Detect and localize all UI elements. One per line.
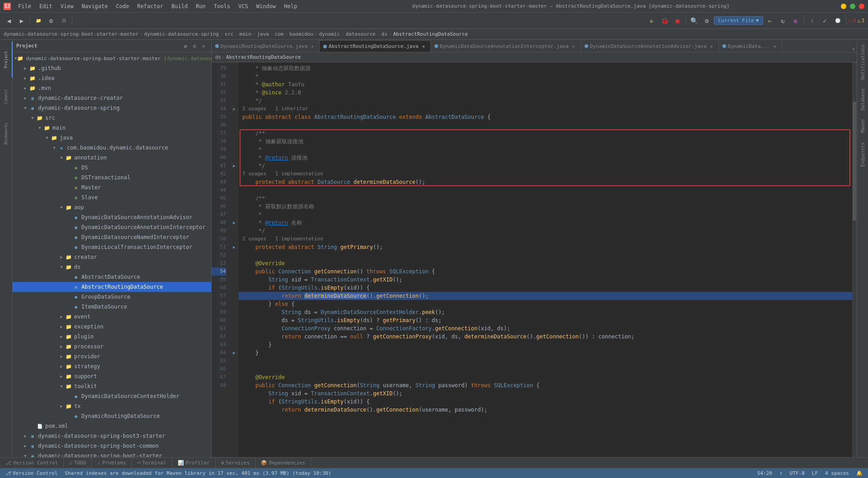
tree-DRDS[interactable]: ▶ ● DynamicRoutingDataSource: [13, 411, 211, 421]
menu-help[interactable]: Help: [280, 2, 301, 10]
left-tab-commit[interactable]: Commit: [0, 79, 13, 115]
bc-baomidou[interactable]: baomidou: [289, 31, 313, 37]
tab-dynamic[interactable]: DynamicData... ✕: [719, 40, 782, 52]
right-tab-notifications[interactable]: Notifications: [859, 42, 867, 82]
pb-ds[interactable]: ds: [215, 54, 221, 60]
settings-btn[interactable]: ⚙: [46, 15, 57, 26]
minimize-btn[interactable]: [841, 4, 846, 9]
bc-java[interactable]: java: [257, 31, 269, 37]
settings2-btn[interactable]: ⚙: [701, 15, 712, 26]
line-ending-item[interactable]: LF: [810, 470, 820, 476]
tree-processor[interactable]: ▶ 📁 processor: [13, 342, 211, 351]
right-tab-database[interactable]: Database: [859, 86, 867, 113]
tree-annotation[interactable]: ▼ 📁 annotation: [13, 153, 211, 163]
bottom-tab-dependencies[interactable]: 📦 Dependencies: [255, 458, 311, 469]
tree-toolkit[interactable]: ▼ 📁 toolkit: [13, 381, 211, 391]
tab-close-ai[interactable]: ✕: [571, 43, 577, 49]
git-status[interactable]: ↑: [778, 470, 784, 476]
tree-github[interactable]: ▶ 📁 .github: [13, 63, 211, 73]
rerun-btn[interactable]: ↻: [778, 15, 788, 26]
menu-edit[interactable]: Edit: [36, 2, 56, 10]
bc-datasource[interactable]: datasource: [346, 31, 376, 37]
tree-main[interactable]: ▼ 📁 main: [13, 123, 211, 133]
tree-ADS[interactable]: ▶ ● AbstractDataSource: [13, 272, 211, 282]
left-tab-bookmarks[interactable]: Bookmarks: [0, 116, 13, 152]
close-sidebar-btn[interactable]: ✕: [199, 42, 208, 50]
current-file-btn[interactable]: Current File ▼: [714, 16, 763, 25]
bottom-tab-versioncontrol[interactable]: ⎇ Version Control: [0, 458, 64, 469]
tree-root[interactable]: ▼ 📁 dynamic-datasource-spring-boot-start…: [13, 53, 211, 63]
bc-module[interactable]: dynamic-datasource-spring: [144, 31, 219, 37]
tree-src[interactable]: ▼ 📁 src: [13, 113, 211, 123]
bc-main[interactable]: main: [239, 31, 251, 37]
stop-btn[interactable]: ■: [672, 15, 683, 26]
tab-close-ards[interactable]: ✕: [420, 43, 427, 50]
tree-provider[interactable]: ▶ 📁 provider: [13, 351, 211, 361]
menu-window[interactable]: Window: [253, 2, 279, 10]
menu-file[interactable]: File: [14, 2, 35, 10]
more-tabs-btn[interactable]: »: [850, 46, 857, 52]
tree-DDAI[interactable]: ▶ ● DynamicDataSourceAnnotationIntercept…: [13, 222, 211, 232]
tree-bootstarter[interactable]: ▼ ◉ dynamic-datasource-spring-boot-start…: [13, 451, 211, 457]
tree-Slave[interactable]: ▶ ● Slave: [13, 192, 211, 202]
tree-DLTI[interactable]: ▶ ● DynamicLocalTransactionInterceptor: [13, 242, 211, 252]
tree-Master[interactable]: ▶ ● Master: [13, 183, 211, 192]
bottom-tab-todo[interactable]: ☑ TODO: [64, 458, 92, 469]
bc-ds[interactable]: ds: [382, 31, 387, 37]
collapse-all-btn[interactable]: ⇄: [181, 42, 189, 50]
run-btn[interactable]: ▶: [646, 15, 657, 26]
method-icon-48[interactable]: ▶: [230, 219, 239, 227]
error-count-btn[interactable]: ⚠ 3: [849, 18, 856, 23]
tab-DynamicRoutingDataSource[interactable]: DynamicRoutingDataSource.java ✕: [212, 40, 320, 52]
tab-close-d[interactable]: ✕: [772, 43, 778, 49]
debug-btn[interactable]: 🐞: [659, 15, 670, 26]
tree-ARDS[interactable]: ▶ ● AbstractRoutingDataSource: [13, 282, 211, 292]
tree-GDS[interactable]: ▶ ● GroupDataSource: [13, 292, 211, 302]
method-icon-51[interactable]: ▶: [230, 243, 239, 251]
menu-code[interactable]: Code: [113, 2, 133, 10]
search-btn[interactable]: 🔍: [689, 15, 699, 26]
expand-class-btn[interactable]: ▶: [230, 105, 239, 113]
maximize-btn[interactable]: [850, 4, 855, 9]
tree-mvn[interactable]: ▶ 📁 .mvn: [13, 83, 211, 93]
bottom-tab-terminal[interactable]: ⌨ Terminal: [132, 458, 172, 469]
code-content[interactable]: * 抽象动态获取数据源 * * @author TaoYu * @since 2…: [239, 62, 852, 457]
build-btn[interactable]: ►: [765, 15, 776, 26]
menu-view[interactable]: View: [57, 2, 77, 10]
tab-close-drds[interactable]: ✕: [309, 43, 316, 49]
tree-spring[interactable]: ▼ ◉ dynamic-datasource-spring: [13, 103, 211, 113]
bottom-tab-services[interactable]: ⚙ Services: [216, 458, 256, 469]
bc-dynamic[interactable]: dynamic: [319, 31, 340, 37]
tree-IDS[interactable]: ▶ ● ItemDataSource: [13, 302, 211, 312]
back-btn[interactable]: ◀: [4, 15, 14, 26]
tree-idea[interactable]: ▶ 📁 .idea: [13, 73, 211, 83]
bc-root[interactable]: dynamic-datasource-spring-boot-starter-m…: [4, 31, 138, 37]
menu-refactor[interactable]: Refactor: [133, 2, 167, 10]
tree-pom[interactable]: ▶ 📄 pom.xml: [13, 421, 211, 431]
bottom-tab-profiler[interactable]: 📊 Profiler: [172, 458, 216, 469]
warning-count-btn[interactable]: △ 3: [858, 18, 864, 23]
tree-DS[interactable]: ▶ ● DS: [13, 163, 211, 173]
menu-run[interactable]: Run: [192, 2, 209, 10]
tree-ds[interactable]: ▼ 📁 ds: [13, 262, 211, 272]
menu-tools[interactable]: Tools: [210, 2, 234, 10]
right-tab-maven[interactable]: Maven: [859, 117, 867, 136]
notifications-item[interactable]: 🔔: [854, 470, 864, 476]
tree-exception[interactable]: ▶ 📁 exception: [13, 322, 211, 332]
bc-file[interactable]: AbstractRoutingDataSource: [393, 31, 468, 37]
tree-DDAA[interactable]: ▶ ● DynamicDataSourceAnnotationAdvisor: [13, 212, 211, 222]
tree-DDNI[interactable]: ▶ ● DynamicDatasourceNamedInterceptor: [13, 232, 211, 242]
vcs-commit-btn[interactable]: ✓: [820, 15, 830, 26]
bottom-tab-problems[interactable]: ⚠ Problems: [92, 458, 132, 469]
tree-tx[interactable]: ▶ 📁 tx: [13, 401, 211, 411]
pb-ards[interactable]: AbstractRoutingDataSource: [226, 54, 301, 60]
tab-AbstractRoutingDataSource[interactable]: AbstractRoutingDataSource.java ✕: [320, 40, 431, 52]
tree-aop[interactable]: ▼ 📁 aop: [13, 202, 211, 212]
close-btn[interactable]: [859, 4, 864, 9]
menu-build[interactable]: Build: [168, 2, 191, 10]
tree-package-com[interactable]: ▼ ◈ com.baomidou.dynamic.datasource: [13, 143, 211, 153]
tree-common[interactable]: ▶ ◉ dynamic-datasource-spring-boot-commo…: [13, 441, 211, 451]
tree-creator2[interactable]: ▶ 📁 creator: [13, 252, 211, 262]
forward-btn[interactable]: ▶: [16, 15, 27, 26]
cursor-position[interactable]: 54:20: [755, 470, 774, 476]
